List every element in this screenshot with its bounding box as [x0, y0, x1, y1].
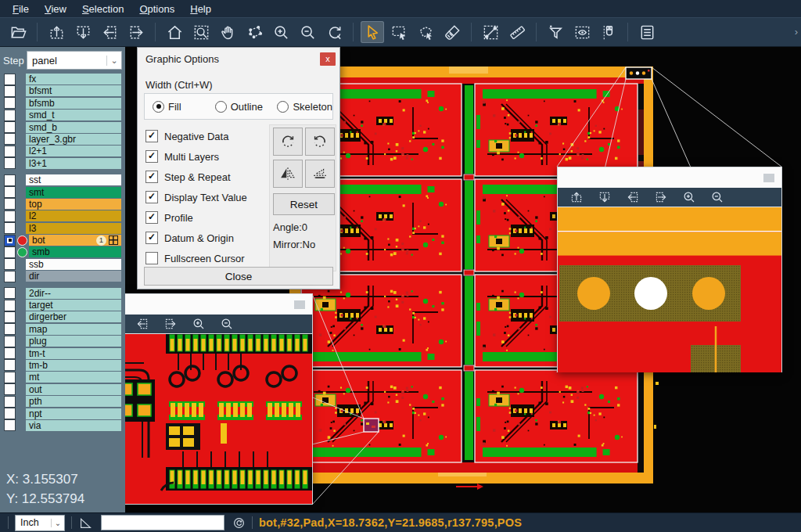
layer-row-fx[interactable]: fx — [0, 74, 125, 84]
radio-skeleton[interactable]: Skeleton — [277, 101, 332, 113]
layer-name-strip[interactable]: ssb — [26, 259, 121, 270]
layer-visibility-checkbox[interactable] — [4, 419, 16, 431]
layer-visibility-checkbox[interactable] — [4, 408, 16, 419]
unit-select[interactable]: Inch ⌄ — [15, 515, 65, 531]
layer-visibility-checkbox[interactable] — [4, 74, 16, 85]
layer-name-strip[interactable]: map — [26, 324, 121, 335]
layer-name-strip[interactable]: tm-t — [26, 348, 121, 359]
layer-name-strip[interactable]: smd_b — [26, 122, 121, 133]
layer-name-strip[interactable]: dir — [26, 271, 121, 282]
window-button-icon[interactable] — [294, 300, 305, 309]
checkbox-box[interactable] — [145, 252, 158, 264]
zoom-view-pads[interactable] — [558, 207, 781, 372]
layer-visibility-checkbox[interactable] — [4, 121, 16, 133]
layer-visibility-checkbox[interactable] — [4, 186, 16, 198]
layer-visibility-checkbox[interactable] — [4, 146, 16, 157]
layer-visibility-checkbox[interactable] — [4, 97, 16, 109]
layer-row-tm-b[interactable]: tm-b — [0, 360, 125, 371]
zoom-out-icon[interactable] — [707, 189, 727, 205]
layer-visibility-checkbox[interactable] — [4, 222, 16, 234]
layer-visibility-checkbox[interactable] — [4, 235, 16, 246]
layer-visibility-checkbox[interactable] — [4, 396, 16, 408]
layer-visibility-checkbox[interactable] — [4, 174, 16, 186]
layer-row-map[interactable]: map — [0, 324, 125, 335]
layer-visibility-checkbox[interactable] — [4, 133, 16, 145]
layer-visibility-checkbox[interactable] — [4, 311, 16, 323]
layer-name-strip[interactable]: target — [26, 300, 121, 311]
layer-row-l3[interactable]: l3 — [0, 223, 125, 234]
select-icon[interactable] — [361, 21, 384, 43]
select-polygon-icon[interactable] — [414, 21, 437, 43]
layer-name-strip[interactable]: bfsmb — [26, 98, 121, 109]
layer-row-npt[interactable]: npt — [0, 408, 125, 419]
layer-row-tm-t[interactable]: tm-t — [0, 348, 125, 359]
snap-corner-icon[interactable] — [78, 516, 93, 530]
checkbox-box[interactable]: ✓ — [145, 171, 158, 183]
layer-visibility-checkbox[interactable] — [4, 372, 16, 383]
zoom-previous-icon[interactable] — [322, 21, 346, 43]
pan-icon[interactable] — [216, 21, 239, 43]
dialog-title-bar[interactable]: Graphic Options x — [138, 48, 339, 70]
layer-row-l3+1[interactable]: l3+1 — [0, 158, 125, 169]
layer-visibility-checkbox[interactable] — [4, 300, 16, 311]
menu-file[interactable]: File — [5, 2, 37, 16]
layer-row-smd_t[interactable]: smd_t — [0, 110, 125, 120]
layer-row-dirgerber[interactable]: dirgerber — [0, 311, 125, 322]
layer-visibility-checkbox[interactable] — [4, 271, 16, 282]
layer-row-bfsmb[interactable]: bfsmb — [0, 98, 125, 109]
shift-left-icon[interactable] — [623, 189, 643, 205]
layer-visibility-checkbox[interactable] — [4, 287, 16, 299]
rotate-cw-button[interactable] — [273, 128, 303, 156]
checkbox-box[interactable]: ✓ — [145, 130, 158, 142]
filter-icon[interactable] — [544, 21, 567, 43]
layer-name-strip[interactable]: npt — [26, 408, 121, 419]
mirror-vertical-button[interactable] — [305, 160, 335, 188]
layer-row-target[interactable]: target — [0, 300, 125, 311]
checkbox-negative-data[interactable]: ✓Negative Data — [145, 126, 247, 146]
menu-selection[interactable]: Selection — [74, 2, 131, 16]
layer-name-strip[interactable]: l3 — [26, 223, 121, 234]
zoom-in-icon[interactable] — [189, 316, 209, 332]
layer-row-smd_b[interactable]: smd_b — [0, 122, 125, 133]
layer-visibility-checkbox[interactable] — [4, 359, 16, 371]
layer-row-bot[interactable]: bot1 — [0, 235, 125, 246]
layer-name-strip[interactable]: bfsmt — [26, 85, 121, 96]
layer-row-ssb[interactable]: ssb — [0, 259, 125, 270]
layer-row-2dir--[interactable]: 2dir-- — [0, 288, 125, 299]
checkbox-datum-origin[interactable]: ✓Datum & Origin — [145, 228, 247, 248]
layer-row-out[interactable]: out — [0, 384, 125, 395]
select-rectangle-icon[interactable] — [387, 21, 411, 43]
layer-row-smb[interactable]: smb — [0, 246, 125, 257]
layer-row-mt[interactable]: mt — [0, 372, 125, 383]
shift-up-icon[interactable] — [45, 21, 68, 43]
layer-row-bfsmt[interactable]: bfsmt — [0, 85, 125, 96]
zoom-window-icon[interactable] — [189, 21, 213, 43]
layer-row-smt[interactable]: smt — [0, 187, 125, 198]
checkbox-fullscreen-cursor[interactable]: Fullscreen Cursor — [145, 248, 247, 268]
checkbox-box[interactable]: ✓ — [145, 232, 158, 244]
layer-row-top[interactable]: top — [0, 199, 125, 210]
menu-view[interactable]: View — [37, 2, 74, 16]
checkbox-multi-layers[interactable]: ✓Multi Layers — [145, 146, 247, 167]
command-input[interactable] — [101, 515, 224, 530]
step-select[interactable]: panel ⌄ — [27, 51, 122, 70]
window-button-icon[interactable] — [763, 174, 774, 182]
layer-name-strip[interactable]: plug — [26, 336, 121, 347]
layer-name-strip[interactable]: 2dir-- — [26, 288, 121, 299]
reset-button[interactable]: Reset — [273, 193, 335, 215]
zoom-out-icon[interactable] — [217, 316, 237, 332]
zoom-in-icon[interactable] — [269, 21, 293, 43]
layer-name-strip[interactable]: tm-b — [26, 360, 121, 371]
layer-name-strip[interactable]: pth — [26, 396, 121, 407]
layer-name-strip[interactable]: smd_t — [26, 110, 121, 120]
checkbox-box[interactable]: ✓ — [145, 191, 158, 203]
layer-row-layer_3.gbr[interactable]: layer_3.gbr — [0, 134, 125, 145]
checkbox-box[interactable]: ✓ — [145, 211, 158, 224]
layer-row-pth[interactable]: pth — [0, 396, 125, 407]
shift-left-icon[interactable] — [98, 21, 121, 43]
open-icon[interactable] — [6, 21, 30, 43]
menu-help[interactable]: Help — [182, 2, 219, 16]
rotate-ccw-button[interactable] — [305, 128, 335, 156]
layer-row-l2+1[interactable]: l2+1 — [0, 146, 125, 156]
layers-panel-icon[interactable] — [635, 21, 659, 43]
